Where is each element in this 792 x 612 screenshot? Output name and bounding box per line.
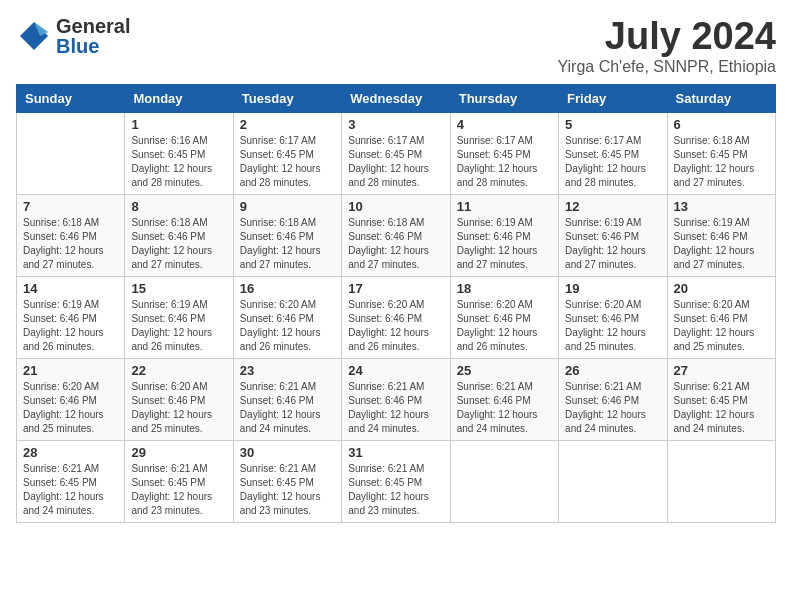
day-info: Sunrise: 6:19 AMSunset: 6:46 PMDaylight:… (131, 298, 226, 354)
day-number: 27 (674, 363, 769, 378)
calendar-cell (559, 440, 667, 522)
calendar-cell: 24Sunrise: 6:21 AMSunset: 6:46 PMDayligh… (342, 358, 450, 440)
day-info: Sunrise: 6:18 AMSunset: 6:46 PMDaylight:… (23, 216, 118, 272)
day-info: Sunrise: 6:21 AMSunset: 6:45 PMDaylight:… (131, 462, 226, 518)
day-info: Sunrise: 6:19 AMSunset: 6:46 PMDaylight:… (565, 216, 660, 272)
calendar-cell: 14Sunrise: 6:19 AMSunset: 6:46 PMDayligh… (17, 276, 125, 358)
day-info: Sunrise: 6:21 AMSunset: 6:45 PMDaylight:… (348, 462, 443, 518)
calendar-cell: 31Sunrise: 6:21 AMSunset: 6:45 PMDayligh… (342, 440, 450, 522)
day-number: 15 (131, 281, 226, 296)
day-number: 17 (348, 281, 443, 296)
calendar-cell: 21Sunrise: 6:20 AMSunset: 6:46 PMDayligh… (17, 358, 125, 440)
day-info: Sunrise: 6:21 AMSunset: 6:46 PMDaylight:… (348, 380, 443, 436)
day-number: 24 (348, 363, 443, 378)
calendar-cell: 10Sunrise: 6:18 AMSunset: 6:46 PMDayligh… (342, 194, 450, 276)
day-number: 12 (565, 199, 660, 214)
day-number: 26 (565, 363, 660, 378)
logo: General Blue (16, 16, 130, 56)
weekday-header-tuesday: Tuesday (233, 84, 341, 112)
calendar-cell: 23Sunrise: 6:21 AMSunset: 6:46 PMDayligh… (233, 358, 341, 440)
calendar-cell: 5Sunrise: 6:17 AMSunset: 6:45 PMDaylight… (559, 112, 667, 194)
calendar-cell: 27Sunrise: 6:21 AMSunset: 6:45 PMDayligh… (667, 358, 775, 440)
day-number: 9 (240, 199, 335, 214)
day-number: 5 (565, 117, 660, 132)
calendar-title: July 2024 (557, 16, 776, 58)
logo-icon (16, 18, 52, 54)
calendar-cell: 16Sunrise: 6:20 AMSunset: 6:46 PMDayligh… (233, 276, 341, 358)
calendar-week-1: 1Sunrise: 6:16 AMSunset: 6:45 PMDaylight… (17, 112, 776, 194)
page-container: General Blue July 2024 Yirga Ch'efe, SNN… (16, 16, 776, 523)
calendar-cell: 20Sunrise: 6:20 AMSunset: 6:46 PMDayligh… (667, 276, 775, 358)
calendar-cell: 18Sunrise: 6:20 AMSunset: 6:46 PMDayligh… (450, 276, 558, 358)
day-number: 13 (674, 199, 769, 214)
calendar-cell: 30Sunrise: 6:21 AMSunset: 6:45 PMDayligh… (233, 440, 341, 522)
day-info: Sunrise: 6:17 AMSunset: 6:45 PMDaylight:… (457, 134, 552, 190)
day-number: 8 (131, 199, 226, 214)
day-info: Sunrise: 6:21 AMSunset: 6:46 PMDaylight:… (240, 380, 335, 436)
weekday-header-saturday: Saturday (667, 84, 775, 112)
day-info: Sunrise: 6:20 AMSunset: 6:46 PMDaylight:… (240, 298, 335, 354)
calendar-table: SundayMondayTuesdayWednesdayThursdayFrid… (16, 84, 776, 523)
day-number: 18 (457, 281, 552, 296)
day-number: 11 (457, 199, 552, 214)
calendar-week-5: 28Sunrise: 6:21 AMSunset: 6:45 PMDayligh… (17, 440, 776, 522)
day-info: Sunrise: 6:18 AMSunset: 6:45 PMDaylight:… (674, 134, 769, 190)
calendar-cell: 6Sunrise: 6:18 AMSunset: 6:45 PMDaylight… (667, 112, 775, 194)
logo-general-text: General (56, 16, 130, 36)
calendar-cell: 9Sunrise: 6:18 AMSunset: 6:46 PMDaylight… (233, 194, 341, 276)
calendar-cell: 8Sunrise: 6:18 AMSunset: 6:46 PMDaylight… (125, 194, 233, 276)
calendar-cell: 1Sunrise: 6:16 AMSunset: 6:45 PMDaylight… (125, 112, 233, 194)
calendar-cell: 13Sunrise: 6:19 AMSunset: 6:46 PMDayligh… (667, 194, 775, 276)
title-block: July 2024 Yirga Ch'efe, SNNPR, Ethiopia (557, 16, 776, 76)
day-info: Sunrise: 6:18 AMSunset: 6:46 PMDaylight:… (240, 216, 335, 272)
calendar-cell: 29Sunrise: 6:21 AMSunset: 6:45 PMDayligh… (125, 440, 233, 522)
day-info: Sunrise: 6:20 AMSunset: 6:46 PMDaylight:… (131, 380, 226, 436)
day-number: 16 (240, 281, 335, 296)
day-number: 29 (131, 445, 226, 460)
calendar-week-3: 14Sunrise: 6:19 AMSunset: 6:46 PMDayligh… (17, 276, 776, 358)
day-info: Sunrise: 6:21 AMSunset: 6:46 PMDaylight:… (565, 380, 660, 436)
day-number: 3 (348, 117, 443, 132)
weekday-header-monday: Monday (125, 84, 233, 112)
logo-blue-text: Blue (56, 36, 130, 56)
calendar-cell: 11Sunrise: 6:19 AMSunset: 6:46 PMDayligh… (450, 194, 558, 276)
day-number: 21 (23, 363, 118, 378)
day-number: 30 (240, 445, 335, 460)
day-info: Sunrise: 6:21 AMSunset: 6:45 PMDaylight:… (240, 462, 335, 518)
day-info: Sunrise: 6:19 AMSunset: 6:46 PMDaylight:… (457, 216, 552, 272)
calendar-cell: 26Sunrise: 6:21 AMSunset: 6:46 PMDayligh… (559, 358, 667, 440)
day-number: 31 (348, 445, 443, 460)
day-number: 7 (23, 199, 118, 214)
day-info: Sunrise: 6:19 AMSunset: 6:46 PMDaylight:… (674, 216, 769, 272)
calendar-location: Yirga Ch'efe, SNNPR, Ethiopia (557, 58, 776, 76)
day-info: Sunrise: 6:17 AMSunset: 6:45 PMDaylight:… (565, 134, 660, 190)
day-info: Sunrise: 6:20 AMSunset: 6:46 PMDaylight:… (674, 298, 769, 354)
day-number: 20 (674, 281, 769, 296)
day-info: Sunrise: 6:20 AMSunset: 6:46 PMDaylight:… (348, 298, 443, 354)
weekday-header-friday: Friday (559, 84, 667, 112)
calendar-cell (450, 440, 558, 522)
day-info: Sunrise: 6:20 AMSunset: 6:46 PMDaylight:… (565, 298, 660, 354)
calendar-cell: 4Sunrise: 6:17 AMSunset: 6:45 PMDaylight… (450, 112, 558, 194)
calendar-week-2: 7Sunrise: 6:18 AMSunset: 6:46 PMDaylight… (17, 194, 776, 276)
calendar-cell: 3Sunrise: 6:17 AMSunset: 6:45 PMDaylight… (342, 112, 450, 194)
day-number: 14 (23, 281, 118, 296)
day-number: 2 (240, 117, 335, 132)
day-info: Sunrise: 6:21 AMSunset: 6:45 PMDaylight:… (23, 462, 118, 518)
calendar-cell: 22Sunrise: 6:20 AMSunset: 6:46 PMDayligh… (125, 358, 233, 440)
calendar-cell: 2Sunrise: 6:17 AMSunset: 6:45 PMDaylight… (233, 112, 341, 194)
calendar-cell: 12Sunrise: 6:19 AMSunset: 6:46 PMDayligh… (559, 194, 667, 276)
day-number: 25 (457, 363, 552, 378)
calendar-week-4: 21Sunrise: 6:20 AMSunset: 6:46 PMDayligh… (17, 358, 776, 440)
day-info: Sunrise: 6:20 AMSunset: 6:46 PMDaylight:… (457, 298, 552, 354)
calendar-cell: 19Sunrise: 6:20 AMSunset: 6:46 PMDayligh… (559, 276, 667, 358)
day-number: 22 (131, 363, 226, 378)
day-number: 6 (674, 117, 769, 132)
calendar-cell: 28Sunrise: 6:21 AMSunset: 6:45 PMDayligh… (17, 440, 125, 522)
day-info: Sunrise: 6:19 AMSunset: 6:46 PMDaylight:… (23, 298, 118, 354)
weekday-header-row: SundayMondayTuesdayWednesdayThursdayFrid… (17, 84, 776, 112)
day-number: 10 (348, 199, 443, 214)
svg-marker-0 (20, 22, 48, 50)
weekday-header-thursday: Thursday (450, 84, 558, 112)
day-info: Sunrise: 6:17 AMSunset: 6:45 PMDaylight:… (348, 134, 443, 190)
